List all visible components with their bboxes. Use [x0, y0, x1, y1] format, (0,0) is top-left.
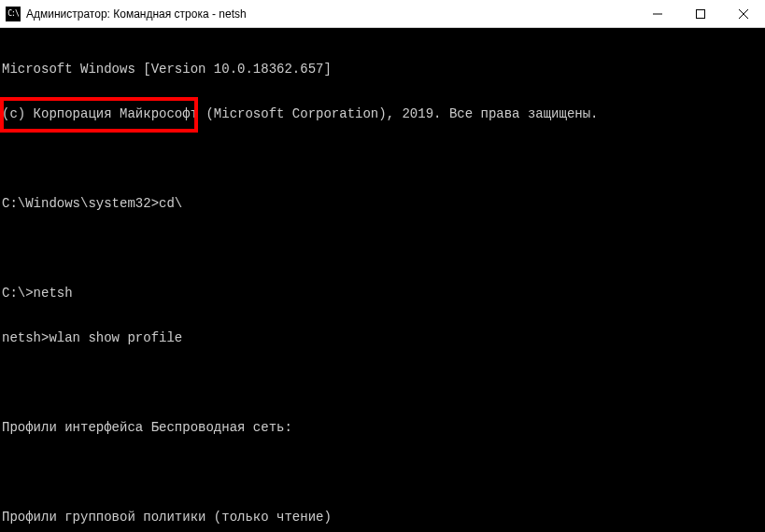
maximize-button[interactable]: [679, 0, 722, 27]
window-controls: [636, 0, 765, 27]
svg-rect-1: [697, 9, 705, 18]
terminal-line: Microsoft Windows [Version 10.0.18362.65…: [2, 62, 763, 77]
terminal-line: C:\>netsh: [2, 286, 763, 301]
terminal-line: Профили интерфейса Беспроводная сеть:: [2, 420, 763, 435]
cmd-icon: C:\: [6, 7, 21, 21]
terminal-output[interactable]: Microsoft Windows [Version 10.0.18362.65…: [0, 28, 765, 532]
terminal-line: netsh>wlan show profile: [2, 330, 763, 345]
terminal-line: Профили групповой политики (только чтени…: [2, 510, 763, 525]
minimize-button[interactable]: [636, 0, 679, 27]
terminal-line: [2, 375, 763, 390]
close-button[interactable]: [722, 0, 765, 27]
terminal-line: C:\Windows\system32>cd\: [2, 196, 763, 211]
terminal-line: [2, 241, 763, 256]
terminal-line: [2, 465, 763, 480]
titlebar-left: C:\ Администратор: Командная строка - ne…: [0, 7, 247, 21]
window-title: Администратор: Командная строка - netsh: [26, 7, 247, 21]
window-titlebar: C:\ Администратор: Командная строка - ne…: [0, 0, 765, 28]
terminal-line: [2, 151, 763, 166]
terminal-line: (с) Корпорация Майкрософт (Microsoft Cor…: [2, 106, 763, 121]
